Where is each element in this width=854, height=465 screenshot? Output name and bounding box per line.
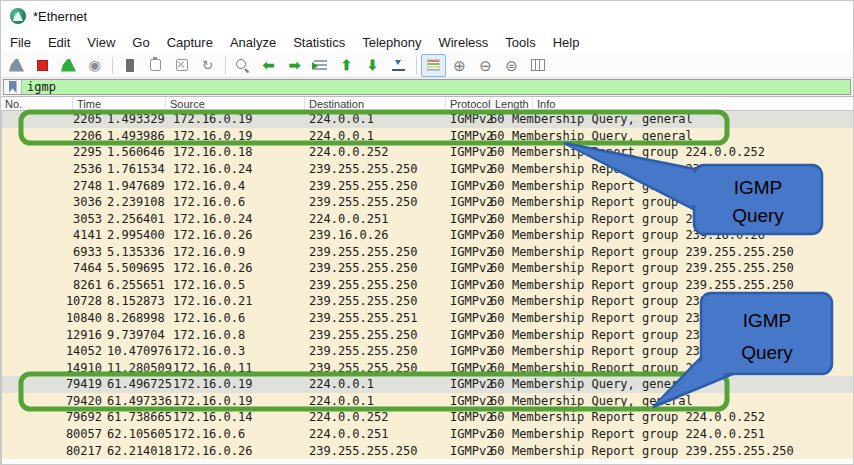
packet-row[interactable]: 30362.239108172.16.0.6239.255.255.250IGM…	[2, 194, 853, 211]
cell-time: 8.152873	[107, 294, 172, 308]
packet-row[interactable]: 108408.268998172.16.0.6239.255.255.251IG…	[2, 310, 853, 327]
cell-proto: IGMPv2	[450, 228, 490, 242]
packet-list: 22051.493329172.16.0.19224.0.0.1IGMPv260…	[1, 111, 853, 465]
packet-row[interactable]: 22051.493329172.16.0.19224.0.0.1IGMPv260…	[2, 111, 853, 128]
wireshark-logo-icon	[10, 8, 26, 24]
packet-row[interactable]: 41412.995400172.16.0.26239.16.0.26IGMPv2…	[2, 227, 853, 244]
menu-statistics[interactable]: Statistics	[293, 35, 345, 50]
cell-proto: IGMPv2	[450, 212, 490, 226]
packet-row[interactable]: 22951.560646172.16.0.18224.0.0.252IGMPv2…	[2, 144, 853, 161]
packet-row[interactable]: 7941961.496725172.16.0.19224.0.0.1IGMPv2…	[2, 376, 853, 393]
cell-no: 4141	[2, 228, 102, 242]
go-first-packet-button[interactable]: ⬆	[334, 54, 359, 77]
packet-row[interactable]: 74645.509695172.16.0.26239.255.255.250IG…	[2, 260, 853, 277]
cell-src: 172.16.0.19	[173, 394, 308, 408]
packet-row[interactable]: 25361.761534172.16.0.24239.255.255.250IG…	[2, 161, 853, 178]
cell-info: Membership Query, general	[512, 394, 853, 408]
column-header-no[interactable]: No.	[1, 97, 73, 110]
cell-len: 60	[490, 195, 504, 209]
goto-lines-icon	[314, 60, 327, 71]
column-header-protocol[interactable]: Protocol	[446, 97, 491, 110]
cell-dst: 224.0.0.251	[309, 427, 448, 441]
go-previous-packet-button[interactable]: ⬅	[256, 54, 281, 77]
cell-time: 2.256401	[107, 212, 172, 226]
cell-no: 79692	[2, 410, 102, 424]
go-next-packet-button[interactable]: ➡	[282, 54, 307, 77]
cell-time: 1.493986	[107, 129, 172, 143]
zoom-reset-button[interactable]: ⊜	[499, 54, 524, 77]
zoom-in-button[interactable]: ⊕	[447, 54, 472, 77]
resize-columns-button[interactable]	[525, 54, 550, 77]
find-packet-button[interactable]	[230, 54, 255, 77]
display-filter-input[interactable]: igmp	[3, 79, 851, 95]
column-header-time[interactable]: Time	[73, 97, 166, 110]
open-capture-button[interactable]	[117, 54, 142, 77]
cell-proto: IGMPv2	[450, 278, 490, 292]
save-capture-button[interactable]	[143, 54, 168, 77]
cell-dst: 239.255.255.250	[309, 444, 448, 458]
cell-no: 2295	[2, 145, 102, 159]
autoscroll-icon	[392, 59, 405, 71]
menu-analyze[interactable]: Analyze	[230, 35, 276, 50]
cell-src: 172.16.0.19	[173, 377, 308, 391]
colorize-packets-button[interactable]	[421, 54, 446, 77]
cell-src: 172.16.0.26	[173, 261, 308, 275]
toolbar-separator	[112, 57, 113, 74]
column-header-info[interactable]: Info	[533, 97, 853, 110]
menu-wireless[interactable]: Wireless	[438, 35, 488, 50]
cell-dst: 239.255.255.250	[309, 294, 448, 308]
column-header-source[interactable]: Source	[166, 97, 305, 110]
menu-edit[interactable]: Edit	[48, 35, 70, 50]
menu-tools[interactable]: Tools	[505, 35, 535, 50]
go-to-packet-button[interactable]	[308, 54, 333, 77]
cell-dst: 239.255.255.250	[309, 361, 448, 375]
packet-row[interactable]: 7942061.497336172.16.0.19224.0.0.1IGMPv2…	[2, 393, 853, 410]
packet-row[interactable]: 22061.493986172.16.0.19224.0.0.1IGMPv260…	[2, 128, 853, 145]
cell-info: Membership Report group 239.255.255.251	[512, 311, 853, 325]
cell-proto: IGMPv2	[450, 444, 490, 458]
cell-info: Membership Report group 239.255.255.250	[512, 162, 853, 176]
cell-no: 10840	[2, 311, 102, 325]
packet-row[interactable]: 8021762.214018172.16.0.26239.255.255.250…	[2, 442, 853, 459]
go-last-packet-button[interactable]: ⬇	[360, 54, 385, 77]
column-header-length[interactable]: Length	[491, 97, 533, 110]
stop-capture-button[interactable]	[30, 54, 55, 77]
restart-capture-button[interactable]	[56, 54, 81, 77]
menu-help[interactable]: Help	[553, 35, 580, 50]
menu-go[interactable]: Go	[132, 35, 149, 50]
cell-time: 2.239108	[107, 195, 172, 209]
packet-row[interactable]: 7969261.738665172.16.0.14224.0.0.252IGMP…	[2, 409, 853, 426]
cell-info: Membership Report group 239.255.255.250	[512, 261, 853, 275]
packet-row[interactable]: 69335.135336172.16.0.9239.255.255.250IGM…	[2, 244, 853, 261]
color-stripes-icon	[427, 59, 440, 71]
open-file-icon	[126, 59, 134, 72]
cell-no: 10728	[2, 294, 102, 308]
zoom-out-button[interactable]: ⊖	[473, 54, 498, 77]
cell-len: 60	[490, 311, 504, 325]
auto-scroll-button[interactable]	[386, 54, 411, 77]
filter-bookmark-button[interactable]	[4, 80, 22, 94]
capture-options-button[interactable]: ◉	[82, 54, 107, 77]
menu-file[interactable]: File	[10, 35, 31, 50]
packet-row[interactable]: 1405210.470976172.16.0.3239.255.255.250I…	[2, 343, 853, 360]
close-capture-button[interactable]	[169, 54, 194, 77]
cell-time: 5.509695	[107, 261, 172, 275]
start-capture-button[interactable]	[4, 54, 29, 77]
menu-view[interactable]: View	[87, 35, 115, 50]
reload-capture-button[interactable]: ↻	[195, 54, 220, 77]
packet-row[interactable]: 129169.739704172.16.0.8239.255.255.250IG…	[2, 326, 853, 343]
cell-len: 60	[490, 162, 504, 176]
packet-row[interactable]: 27481.947689172.16.0.4239.255.255.250IGM…	[2, 177, 853, 194]
cell-proto: IGMPv2	[450, 328, 490, 342]
packet-row[interactable]: 82616.255651172.16.0.5239.255.255.250IGM…	[2, 277, 853, 294]
cell-dst: 239.16.0.26	[309, 228, 448, 242]
menu-telephony[interactable]: Telephony	[362, 35, 421, 50]
column-header-destination[interactable]: Destination	[305, 97, 446, 110]
packet-row[interactable]: 107288.152873172.16.0.21239.255.255.250I…	[2, 293, 853, 310]
packet-row[interactable]: 30532.256401172.16.0.24224.0.0.251IGMPv2…	[2, 210, 853, 227]
packet-row[interactable]: 8005762.105605172.16.0.6224.0.0.251IGMPv…	[2, 426, 853, 443]
cell-dst: 224.0.0.1	[309, 394, 448, 408]
packet-row[interactable]: 1491011.280509172.16.0.11239.255.255.250…	[2, 359, 853, 376]
cell-time: 61.496725	[107, 377, 172, 391]
menu-capture[interactable]: Capture	[167, 35, 213, 50]
